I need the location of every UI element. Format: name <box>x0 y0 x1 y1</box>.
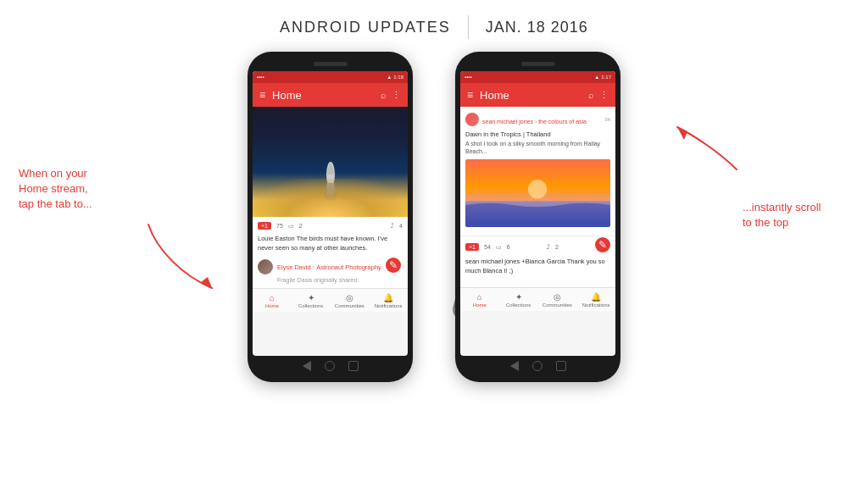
phone1-speaker <box>314 62 348 66</box>
p2-comment-icon: ▭ <box>496 244 502 251</box>
post-card-title: Dawn in the Tropics | Thailand <box>465 130 610 138</box>
share-icon: ⤴ <box>391 223 394 229</box>
back-button[interactable] <box>303 361 311 371</box>
phone2-bottom-nav: ⌂ Home ✦ Collections ◎ Communities <box>460 287 615 311</box>
status-icons-left: ▪▪▪▪ <box>257 75 264 80</box>
avatar-circle <box>258 259 273 274</box>
phone1-wrapper: ▪▪▪▪ ▲ 1:18 ≡ Home ⌕ <box>248 52 413 382</box>
p2-nav-notifications[interactable]: 🔔 Notifications <box>576 288 615 311</box>
p2-post-text: sean michael jones +Bianca Garcia Thank … <box>465 258 610 275</box>
toolbar-title: Home <box>272 89 374 102</box>
p2-nav-home[interactable]: ⌂ Home <box>460 288 499 311</box>
nav-home[interactable]: ⌂ Home <box>253 289 292 312</box>
smoke-cloud <box>253 179 408 217</box>
p2-back-button[interactable] <box>510 361 519 371</box>
nav-collections[interactable]: ✦ Collections <box>292 289 331 312</box>
phone2-status-bar: ▪▪▪▪ ▲ 1:17 <box>460 71 615 83</box>
p2-collections-icon: ✦ <box>515 292 522 302</box>
phone1-toolbar: ≡ Home ⌕ ⋮ <box>253 83 408 107</box>
p2-home-icon: ⌂ <box>477 292 482 302</box>
p2-count1: 54 <box>484 244 491 250</box>
post-stats: +1 75 ▭ 2 ⤴ 4 <box>258 222 403 230</box>
menu-icon[interactable]: ≡ <box>259 90 265 100</box>
phone2-speaker <box>521 62 555 66</box>
author-name: Elyse David <box>277 263 311 271</box>
p2-communities-icon: ◎ <box>554 292 561 302</box>
post-card-meta: sean michael jones › the colours of asia <box>482 112 601 127</box>
avatar-img <box>258 259 273 274</box>
search-icon[interactable]: ⌕ <box>381 90 387 101</box>
nav-notifications-label: Notifications <box>375 303 403 308</box>
phone1-hardware-buttons <box>253 361 408 371</box>
p2-menu-icon[interactable]: ≡ <box>467 90 473 100</box>
left-annotation: When on your Home stream, tap the tab to… <box>19 166 154 213</box>
nav-communities-label: Communities <box>335 303 364 308</box>
p2-nav-communities[interactable]: ◎ Communities <box>538 288 577 311</box>
nav-home-label: Home <box>265 303 279 308</box>
p2-share-count: 2 <box>555 244 559 250</box>
home-button[interactable] <box>325 361 335 371</box>
p2-nav-collections-label: Collections <box>506 302 531 308</box>
p2-author: sean michael jones › the colours of asia <box>482 119 587 125</box>
fab-button[interactable]: ✎ <box>386 258 401 273</box>
p2-status-icons-left: ▪▪▪▪ <box>465 75 472 80</box>
p2-status-icons-right: ▲ 1:17 <box>594 75 611 80</box>
phone2-post-area: +1 54 ▭ 6 ⤴ 2 ✎ sean michael jones +Bian… <box>460 236 615 287</box>
nav-communities[interactable]: ◎ Communities <box>331 289 370 312</box>
communities-icon: ◎ <box>346 293 353 302</box>
p2-home-button[interactable] <box>532 361 542 371</box>
phone1: ▪▪▪▪ ▲ 1:18 ≡ Home ⌕ <box>248 52 413 382</box>
phone2-wrapper: ▪▪▪▪ ▲ 1:17 ≡ Home ⌕ <box>455 52 620 382</box>
share-count: 4 <box>399 223 403 229</box>
phone2: ▪▪▪▪ ▲ 1:17 ≡ Home ⌕ <box>455 52 620 382</box>
phone1-bottom-nav: ⌂ Home ✦ Collections ◎ Communities <box>253 288 408 312</box>
p2-share-icon: ⤴ <box>547 244 550 250</box>
p2-avatar <box>465 113 479 126</box>
page-container: ANDROID UPDATES JAN. 18 2016 When on you… <box>0 0 868 488</box>
phone1-screen: ▪▪▪▪ ▲ 1:18 ≡ Home ⌕ <box>253 71 408 356</box>
notifications-icon: 🔔 <box>383 293 393 302</box>
post-card-desc: A shot I took on a silky smooth morning … <box>465 140 610 155</box>
svg-point-6 <box>528 180 547 198</box>
nav-notifications[interactable]: 🔔 Notifications <box>369 289 408 312</box>
p2-nav-notifications-label: Notifications <box>582 302 610 308</box>
p2-recents-button[interactable] <box>556 361 566 371</box>
nav-collections-label: Collections <box>298 303 323 308</box>
header-date: JAN. 18 2016 <box>486 19 588 36</box>
p2-nav-collections[interactable]: ✦ Collections <box>499 288 538 311</box>
p2-more-icon[interactable]: ⋮ <box>599 90 609 101</box>
author-info: Elyse David › Astronaut Photography <box>277 263 381 271</box>
p2-toolbar-title: Home <box>480 89 581 102</box>
p2-fab-button[interactable]: ✎ <box>595 237 610 252</box>
p2-plus-one: +1 <box>465 243 479 251</box>
header-divider <box>468 15 469 39</box>
p2-notifications-icon: 🔔 <box>591 292 601 302</box>
stat-count1: 75 <box>276 223 283 229</box>
rocket-image: · · · · · · · · <box>253 107 408 217</box>
comment-count: 2 <box>299 223 303 229</box>
phone2-toolbar: ≡ Home ⌕ ⋮ <box>460 83 615 107</box>
recents-button[interactable] <box>348 361 359 371</box>
phone1-post-area: +1 75 ▭ 2 ⤴ 4 Louie Easton The birds mus… <box>253 217 408 288</box>
phones-container: ▪▪▪▪ ▲ 1:18 ≡ Home ⌕ <box>248 52 620 382</box>
status-icons-right: ▲ 1:18 <box>387 75 403 80</box>
p2-comment-count: 6 <box>507 244 510 250</box>
p2-nav-communities-label: Communities <box>542 302 572 308</box>
header: ANDROID UPDATES JAN. 18 2016 <box>0 0 868 39</box>
phone2-hardware-buttons <box>460 361 615 371</box>
annotation-text: When on your Home stream, tap the tab to… <box>19 166 154 213</box>
phone2-screen: ▪▪▪▪ ▲ 1:17 ≡ Home ⌕ <box>460 71 615 356</box>
p2-search-icon[interactable]: ⌕ <box>588 90 594 101</box>
p2-toolbar-action-icons: ⌕ ⋮ <box>588 90 609 101</box>
post-card-1: sean michael jones › the colours of asia… <box>460 107 615 236</box>
post-card-1-header: sean michael jones › the colours of asia… <box>465 112 610 127</box>
post-subtitle: Fragile Oasis originally shared: <box>277 277 403 283</box>
more-icon[interactable]: ⋮ <box>392 90 401 101</box>
toolbar-action-icons: ⌕ ⋮ <box>381 90 401 101</box>
plus-one-badge: +1 <box>258 222 271 230</box>
post-card-time: 3h <box>604 117 610 122</box>
birds-decoration: · · · · · · · · <box>261 124 314 131</box>
p2-post-stats: +1 54 ▭ 6 ⤴ 2 ✎ <box>465 241 610 252</box>
p2-nav-home-label: Home <box>473 302 487 308</box>
header-title: ANDROID UPDATES <box>280 19 451 36</box>
